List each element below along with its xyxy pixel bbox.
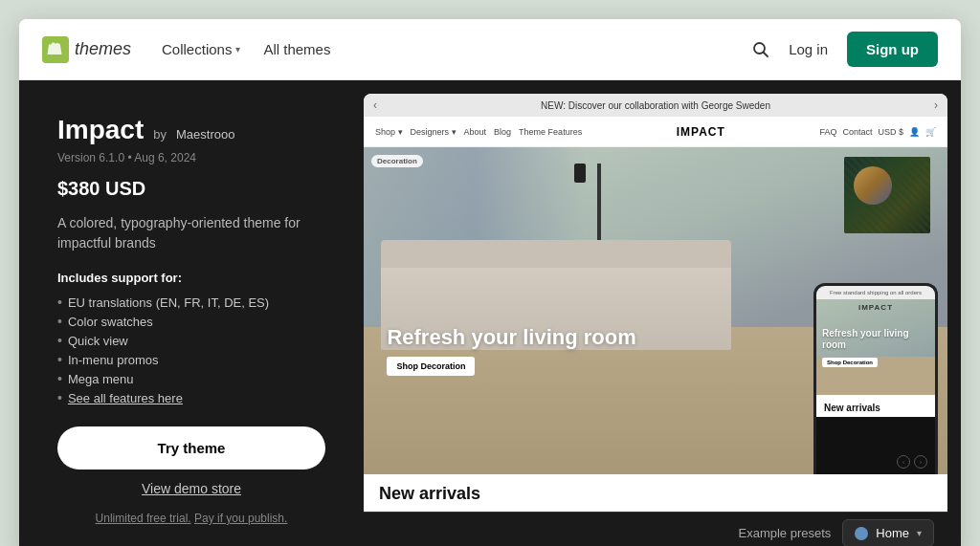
nav-all-themes[interactable]: All themes (263, 41, 330, 57)
preview-nav-links: Shop ▾ Designers ▾ About Blog Theme Feat… (375, 127, 582, 137)
nav-links: Collections ▾ All themes (162, 41, 722, 57)
mobile-new-arrivals: New arrivals (816, 395, 935, 417)
new-arrivals-title: New arrivals (379, 484, 932, 504)
bottom-bar: Example presets Home ▾ (364, 512, 947, 546)
preview-nav-shop: Shop ▾ (375, 127, 403, 137)
mobile-hero-text: Refresh your living room Shop Decoration (822, 328, 935, 368)
mobile-new-arrivals-title: New arrivals (824, 403, 927, 413)
features-list: EU translations (EN, FR, IT, DE, ES) Col… (57, 293, 325, 407)
preview-area: ‹ NEW: Discover our collaboration with G… (364, 80, 961, 546)
includes-title: Includes support for: (57, 271, 325, 285)
logo-text: themes (75, 39, 131, 59)
preview-prev-arrow[interactable]: ‹ (373, 98, 377, 112)
example-presets-label: Example presets (738, 526, 831, 540)
view-demo-button[interactable]: View demo store (57, 481, 325, 496)
main-content: Impact by Maestrooo Version 6.1.0 • Aug … (19, 80, 961, 546)
artwork-image (844, 157, 930, 233)
lamp-icon (574, 164, 586, 183)
theme-by-label: by (153, 127, 167, 142)
signup-button[interactable]: Sign up (847, 32, 938, 67)
preview-hero: Decoration Refresh your living room Shop… (364, 147, 947, 474)
feature-mega: Mega menu (57, 369, 325, 388)
preset-label: Home (876, 526, 909, 540)
feature-all[interactable]: See all features here (57, 388, 325, 407)
preview-nav-about: About (464, 127, 487, 137)
mobile-brand: IMPACT (858, 303, 893, 312)
mobile-hero: IMPACT Refresh your living room Shop Dec… (816, 299, 935, 395)
free-trial-text: Unlimited free trial. Pay if you publish… (57, 512, 325, 525)
feature-promos: In-menu promos (57, 350, 325, 369)
preview-topbar: ‹ NEW: Discover our collaboration with G… (364, 94, 947, 117)
preview-nav-right: FAQ Contact USD $ 👤 🛒 (819, 127, 936, 137)
preset-chevron-icon: ▾ (917, 528, 922, 538)
hero-text-overlay: Refresh your living room Shop Decoration (387, 325, 635, 376)
theme-price: $380 USD (57, 178, 325, 200)
shopify-logo[interactable]: themes (42, 36, 131, 63)
nav-collections[interactable]: Collections ▾ (162, 41, 240, 57)
shopify-bag-icon (42, 36, 69, 63)
nav-right: Log in Sign up (752, 32, 938, 67)
preview-frame: ‹ NEW: Discover our collaboration with G… (364, 94, 947, 512)
preset-selector[interactable]: Home ▾ (842, 519, 934, 546)
hero-headline: Refresh your living room (387, 325, 635, 349)
hero-badge: Decoration (371, 155, 423, 167)
theme-version: Version 6.1.0 • Aug 6, 2024 (57, 151, 325, 164)
preview-brand-logo: IMPACT (677, 125, 725, 139)
preview-nav-blog: Blog (494, 127, 511, 137)
pay-if-publish: Pay if you publish. (194, 512, 287, 525)
mobile-bottom-controls: ‹ › (897, 455, 927, 469)
mobile-headline: Refresh your living room (822, 328, 935, 351)
theme-info-panel: Impact by Maestrooo Version 6.1.0 • Aug … (19, 80, 364, 546)
theme-name: Impact (57, 115, 144, 145)
unlimited-trial-label[interactable]: Unlimited free trial. (96, 512, 191, 525)
chevron-down-icon: ▾ (235, 44, 240, 55)
preview-announcement: NEW: Discover our collaboration with Geo… (541, 100, 770, 111)
mobile-preview-device: Free standard shipping on all orders IMP… (813, 283, 938, 474)
theme-description: A colored, typography-oriented theme for… (57, 213, 325, 253)
preview-nav: Shop ▾ Designers ▾ About Blog Theme Feat… (364, 117, 947, 147)
navbar: themes Collections ▾ All themes Log in S… (19, 19, 961, 80)
feature-eu: EU translations (EN, FR, IT, DE, ES) (57, 293, 325, 312)
login-link[interactable]: Log in (789, 41, 828, 57)
mobile-control-right[interactable]: › (914, 455, 927, 469)
preview-nav-features: Theme Features (519, 127, 582, 137)
preview-nav-designers: Designers ▾ (411, 127, 457, 137)
theme-author: Maestrooo (176, 127, 234, 142)
search-button[interactable] (752, 41, 769, 58)
mobile-topbar: Free standard shipping on all orders (816, 286, 935, 299)
new-arrivals-section: New arrivals (364, 474, 947, 512)
feature-swatches: Color swatches (57, 312, 325, 331)
preset-color-dot (855, 527, 868, 540)
search-icon (752, 41, 769, 58)
try-theme-button[interactable]: Try theme (57, 426, 325, 470)
feature-quickview: Quick view (57, 331, 325, 350)
mobile-cta: Shop Decoration (822, 358, 878, 367)
hero-cta-button[interactable]: Shop Decoration (387, 357, 475, 376)
mobile-control-left[interactable]: ‹ (897, 455, 910, 469)
theme-title-row: Impact by Maestrooo (57, 115, 325, 145)
preview-next-arrow[interactable]: › (934, 98, 938, 112)
